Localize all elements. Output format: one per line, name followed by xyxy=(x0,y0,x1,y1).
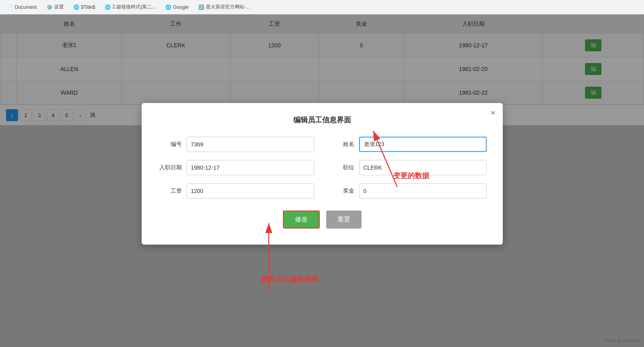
tab-settings-label: 设置 xyxy=(54,4,64,10)
form-row-name: 姓名 xyxy=(330,136,487,152)
modal-close-btn[interactable]: × xyxy=(491,108,496,116)
modify-button[interactable]: 修改 xyxy=(283,210,320,228)
modal-title: 编辑员工信息界面 xyxy=(158,115,487,124)
tab-google-label: Google xyxy=(173,4,189,10)
globe-icon-3: 🌐 xyxy=(165,4,171,10)
reset-button[interactable]: 重置 xyxy=(326,210,362,228)
bonus-input[interactable] xyxy=(359,183,487,198)
name-input[interactable] xyxy=(359,136,487,152)
id-input[interactable] xyxy=(187,136,314,152)
name-label: 姓名 xyxy=(330,140,354,148)
fx-icon: 🔣 xyxy=(198,4,204,10)
modal-footer: 修改 重置 xyxy=(158,210,487,228)
bonus-label: 奖金 xyxy=(330,187,354,194)
job-label: 职位 xyxy=(330,164,354,171)
job-input[interactable] xyxy=(359,160,487,175)
tab-spark[interactable]: 🔣 星火英语官方网站-... xyxy=(195,2,253,12)
document-icon: 📄 xyxy=(7,4,13,10)
globe-icon-2: 🌐 xyxy=(105,4,111,10)
form-row-id: 编号 xyxy=(158,136,314,152)
globe-icon-1: 🌐 xyxy=(73,4,79,10)
tab-bar: 📄 Document ⚙️ 设置 🌐 $Title$ 🌐 2.超链接样式(第二.… xyxy=(0,0,644,14)
form-grid: 编号 姓名 入职日期 职位 工资 xyxy=(158,136,487,198)
tab-title[interactable]: 🌐 $Title$ xyxy=(70,3,99,12)
salary-label: 工资 xyxy=(158,187,182,194)
hire-date-input[interactable] xyxy=(187,160,314,175)
hire-date-label: 入职日期 xyxy=(158,164,182,171)
main-area: 姓名 工作 工资 奖金 入职日期 老张1 CLERK 1200 0 1980-1… xyxy=(0,14,644,347)
tab-document[interactable]: 📄 Document xyxy=(4,3,40,12)
form-row-job: 职位 xyxy=(330,160,487,175)
tab-settings[interactable]: ⚙️ 设置 xyxy=(43,2,67,12)
tab-document-label: Document xyxy=(15,4,37,10)
form-row-bonus: 奖金 xyxy=(330,183,487,198)
form-row-hire-date: 入职日期 xyxy=(158,160,314,175)
id-label: 编号 xyxy=(158,140,182,148)
tab-title-label: $Title$ xyxy=(81,4,95,10)
tab-hyperlink-label: 2.超链接样式(第二... xyxy=(112,4,156,10)
gear-icon: ⚙️ xyxy=(47,4,53,10)
tab-spark-label: 星火英语官方网站-... xyxy=(206,4,250,10)
tab-hyperlink[interactable]: 🌐 2.超链接样式(第二... xyxy=(102,2,159,12)
edit-modal: 编辑员工信息界面 × 编号 姓名 入职日期 职位 xyxy=(142,103,503,244)
salary-input[interactable] xyxy=(187,183,314,198)
form-row-salary: 工资 xyxy=(158,183,314,198)
tab-google[interactable]: 🌐 Google xyxy=(162,3,192,12)
